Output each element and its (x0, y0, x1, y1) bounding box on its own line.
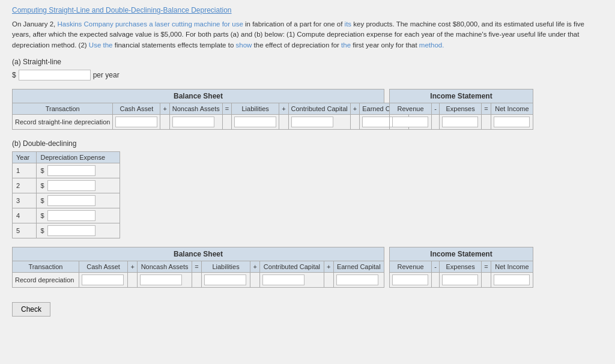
input-cash-a[interactable] (115, 117, 157, 127)
input-contributed-b[interactable] (262, 275, 304, 285)
cell-expenses-a[interactable] (440, 114, 482, 129)
minus-b: - (432, 261, 440, 272)
col-expenses-a: Expenses (440, 103, 482, 114)
dd-year-4: 4 (13, 208, 37, 223)
input-liabilities-b[interactable] (204, 275, 246, 285)
dd-dep-cell-2[interactable]: $ (37, 178, 120, 193)
op1-cell-b (128, 272, 138, 287)
input-contributed-a[interactable] (291, 117, 333, 127)
dd-dollar-3: $ (40, 197, 44, 204)
cell-net-income-a[interactable] (491, 114, 533, 129)
dd-input-5[interactable] (47, 225, 95, 236)
cell-cash-b[interactable] (79, 272, 127, 287)
col-expenses-b: Expenses (440, 261, 482, 272)
dd-depreciation-table: Year Depreciation Expense 1 $ 2 $ 3 $ 4 (12, 151, 120, 238)
problem-text: On January 2, Haskins Company purchases … (12, 19, 603, 50)
cell-earned-b[interactable] (333, 272, 384, 287)
income-statement-table-a: Revenue - Expenses = Net Income (389, 103, 533, 130)
col-net-income-b: Net Income (491, 261, 533, 272)
col-noncash-a: Noncash Assets (169, 103, 222, 114)
col-liabilities-a: Liabilities (232, 103, 279, 114)
table-row: 3 $ (13, 193, 120, 208)
dd-year-5: 5 (13, 223, 37, 238)
straight-line-amount-input[interactable] (19, 70, 91, 80)
balance-sheet-a: Balance Sheet Transaction Cash Asset + N… (12, 89, 384, 130)
cell-liabilities-a[interactable] (232, 114, 279, 129)
table-row (390, 114, 533, 129)
op3-cell-b (324, 272, 333, 287)
minus-cell-a (432, 114, 440, 129)
cell-net-income-b[interactable] (491, 272, 533, 287)
col-liabilities-b: Liabilities (201, 261, 250, 272)
op2-cell-b (250, 272, 260, 287)
col-net-income-a: Net Income (491, 103, 533, 114)
dd-dollar-1: $ (40, 167, 44, 174)
eq1-cell-b (192, 272, 201, 287)
dd-dep-cell-4[interactable]: $ (37, 208, 120, 223)
cell-revenue-b[interactable] (390, 272, 432, 287)
income-statement-header-a: Income Statement (389, 89, 533, 103)
section-a-label: (a) Straight-line (12, 58, 603, 66)
cell-contributed-b[interactable] (260, 272, 324, 287)
input-net-income-b[interactable] (494, 275, 530, 285)
op3-cell-a (350, 114, 359, 129)
record-dep-label: Record depreciation (13, 272, 79, 287)
record-sl-label: Record straight-line depreciation (13, 114, 113, 129)
cell-liabilities-b[interactable] (201, 272, 250, 287)
input-earned-b[interactable] (336, 275, 378, 285)
cell-cash-a[interactable] (113, 114, 160, 129)
dd-input-2[interactable] (47, 180, 95, 191)
op1-cell-a (160, 114, 169, 129)
dd-input-1[interactable] (47, 165, 95, 176)
col-revenue-a: Revenue (390, 103, 432, 114)
dd-input-3[interactable] (47, 195, 95, 206)
section-b-sheets: Balance Sheet Transaction Cash Asset + N… (12, 247, 603, 288)
input-revenue-a[interactable] (392, 117, 428, 127)
cell-contributed-a[interactable] (288, 114, 350, 129)
table-row: Record straight-line depreciation (13, 114, 409, 129)
eq1-b: = (192, 261, 201, 272)
table-row (390, 272, 533, 287)
eq-cell-b (482, 272, 491, 287)
dd-dep-cell-5[interactable]: $ (37, 223, 120, 238)
table-row: 1 $ (13, 163, 120, 178)
input-cash-b[interactable] (82, 275, 124, 285)
cell-noncash-b[interactable] (138, 272, 192, 287)
dd-dollar-4: $ (40, 212, 44, 219)
input-noncash-a[interactable] (172, 117, 214, 127)
income-statement-header-b: Income Statement (389, 247, 533, 261)
dd-dep-expense-header: Depreciation Expense (37, 151, 120, 163)
balance-sheet-table-b: Transaction Cash Asset + Noncash Assets … (12, 261, 384, 288)
section-b-label: (b) Double-declining (12, 139, 603, 148)
cell-expenses-b[interactable] (440, 272, 482, 287)
dd-dep-cell-3[interactable]: $ (37, 193, 120, 208)
cell-revenue-a[interactable] (390, 114, 432, 129)
dd-dollar-2: $ (40, 182, 44, 189)
eq-b: = (482, 261, 491, 272)
input-noncash-b[interactable] (140, 275, 182, 285)
input-revenue-b[interactable] (392, 275, 428, 285)
input-liabilities-a[interactable] (234, 117, 276, 127)
col-revenue-b: Revenue (390, 261, 432, 272)
minus-a: - (432, 103, 440, 114)
op2-a: + (279, 103, 288, 114)
cell-noncash-a[interactable] (169, 114, 222, 129)
income-statement-a: Income Statement Revenue - Expenses = Ne… (389, 89, 533, 130)
dd-input-4[interactable] (47, 210, 95, 221)
dd-dollar-5: $ (40, 227, 44, 234)
table-row: Record depreciation (13, 272, 384, 287)
input-net-income-a[interactable] (494, 117, 530, 127)
op1-a: + (160, 103, 169, 114)
section-a-sheets: Balance Sheet Transaction Cash Asset + N… (12, 89, 603, 130)
input-expenses-a[interactable] (442, 117, 478, 127)
balance-sheet-header-b: Balance Sheet (12, 247, 384, 261)
balance-sheet-b: Balance Sheet Transaction Cash Asset + N… (12, 247, 384, 288)
eq1-a: = (222, 103, 231, 114)
dd-dep-cell-1[interactable]: $ (37, 163, 120, 178)
income-statement-table-b: Revenue - Expenses = Net Income (389, 261, 533, 288)
col-earned-b: Earned Capital (333, 261, 384, 272)
check-button[interactable]: Check (12, 302, 50, 317)
straight-line-input-row: $ per year (12, 70, 603, 80)
input-expenses-b[interactable] (442, 275, 478, 285)
col-contributed-a: Contributed Capital (288, 103, 350, 114)
